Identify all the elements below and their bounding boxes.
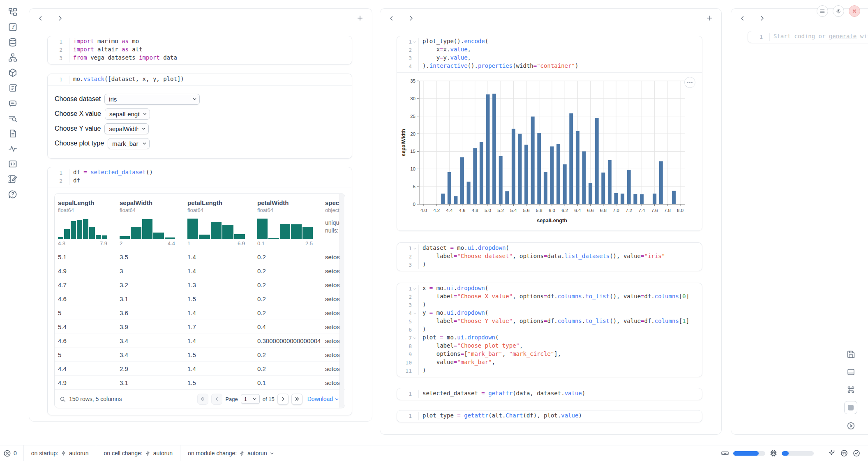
column-next-button[interactable] [757,13,767,23]
code-line[interactable]: 3 y=y.value, [397,54,702,62]
column-header-sepalLength[interactable]: sepalLengthfloat644.37.9 [55,199,116,247]
code-line[interactable]: 1import marimo as mo [48,38,352,46]
log-search-icon[interactable] [7,113,18,124]
code-line[interactable]: 2 label="Choose X value", options=df.col… [397,293,702,301]
table-row[interactable]: 53.41.50.2setosa [55,348,341,362]
code-editor[interactable]: 1plot_type = getattr(alt.Chart(df), plot… [397,410,702,422]
help-icon[interactable] [7,189,18,200]
code-line[interactable]: 3) [397,301,702,309]
table-row[interactable]: 4.931.40.2setosa [55,264,341,278]
column-prev-button[interactable] [386,13,397,23]
chat-icon[interactable] [7,98,18,108]
chart-menu-button[interactable] [684,77,695,88]
code-line[interactable]: 3) [397,261,702,269]
code-line[interactable]: 6) [397,326,702,334]
code-editor[interactable]: 1df = selected_dataset()2df [48,167,352,187]
dependencies-icon[interactable] [7,52,18,63]
prev-page-button[interactable] [211,394,222,405]
settings-gear-button[interactable] [833,5,844,17]
errors-indicator[interactable]: 0 [0,449,23,457]
runtime-config-on-startup[interactable]: on startup:autorun [24,450,96,456]
code-line[interactable]: 1dataset = mo.ui.dropdown( [397,244,702,253]
run-all-button[interactable] [845,420,857,432]
code-editor[interactable]: 1plot_type().encode(2 x=x.value,3 y=y.va… [397,36,702,72]
table-row[interactable]: 4.93.11.50.1setosa [55,376,341,390]
next-page-button[interactable] [277,394,289,405]
menu-button[interactable] [817,5,828,17]
column-prev-button[interactable] [737,13,748,23]
cell-imports[interactable]: 1import marimo as mo2import altair as al… [47,36,352,65]
file-explorer-icon[interactable] [7,7,18,17]
column-prev-button[interactable] [35,13,46,23]
tracing-icon[interactable] [7,143,18,154]
column-header-sepalWidth[interactable]: sepalWidthfloat6424.4 [116,199,184,247]
code-line[interactable]: 1df = selected_dataset() [48,169,352,177]
cell-selected-dataset[interactable]: 1selected_dataset = getattr(data, datase… [397,388,702,400]
code-line[interactable]: 5 label="Choose Y value", options=df.col… [397,318,702,326]
fold-chevron-icon[interactable] [412,309,418,318]
fold-chevron-icon[interactable] [412,38,418,46]
table-scrollbar[interactable] [339,194,344,408]
code-line[interactable]: 2import altair as alt [48,46,352,54]
cell-dataframe[interactable]: 1df = selected_dataset()2df sepalLengthf… [47,167,352,415]
save-button[interactable] [845,348,857,360]
documentation-icon[interactable] [7,128,18,139]
code-editor[interactable]: 1mo.vstack([dataset, x, y, plot]) [48,74,352,85]
table-row[interactable]: 53.61.40.2setosa [55,306,341,320]
download-button[interactable]: Download [307,396,339,402]
chat-panel-button[interactable] [844,401,857,414]
cell-xy-plot-dropdowns[interactable]: 1x = mo.ui.dropdown(2 label="Choose X va… [397,283,702,377]
table-row[interactable]: 4.63.11.50.2setosa [55,292,341,306]
table-row[interactable]: 4.73.21.30.2setosa [55,278,341,292]
logs-icon[interactable] [7,83,18,93]
code-line[interactable]: 1mo.vstack([dataset, x, y, plot]) [48,76,352,84]
connection-status-icon[interactable] [852,449,861,457]
code-line[interactable]: 7plot = mo.ui.dropdown( [397,334,702,342]
choose-x-value-select[interactable]: sepalLength [105,108,150,120]
fold-chevron-icon[interactable] [412,285,418,293]
cell-vstack[interactable]: 1mo.vstack([dataset, x, y, plot]) Choose… [47,74,352,159]
code-line[interactable]: 1plot_type = getattr(alt.Chart(df), plot… [397,412,702,420]
choose-dataset-select[interactable]: iris [104,94,200,105]
column-header-species[interactable]: speciesobjectunique:nulls: [322,199,341,247]
table-row[interactable]: 4.42.91.40.2setosa [55,362,341,376]
code-line[interactable]: 1x = mo.ui.dropdown( [397,285,702,293]
code-line[interactable]: 1plot_type().encode( [397,38,702,46]
altair-bar-chart[interactable]: 4.04.24.44.64.85.05.25.45.65.86.06.26.46… [399,76,690,229]
table-row[interactable]: 5.13.51.40.2setosa [55,250,341,264]
code-editor[interactable]: 1selected_dataset = getattr(data, datase… [397,388,702,400]
code-line[interactable]: 10 value="mark_bar", [397,359,702,367]
code-line[interactable]: 2df [48,177,352,185]
datasources-icon[interactable] [7,37,18,48]
code-editor-placeholder[interactable]: 1Start coding or generate with [748,31,868,43]
column-next-button[interactable] [55,13,65,23]
cell-chart[interactable]: 1plot_type().encode(2 x=x.value,3 y=y.va… [397,36,702,231]
copilot-icon[interactable] [840,449,848,457]
choose-y-value-select[interactable]: sepalWidth [104,123,149,134]
add-cell-button[interactable] [355,13,365,23]
table-row[interactable]: 4.63.41.40.30000000000000004setosa [55,334,341,348]
scratchpad-icon[interactable] [7,174,18,184]
keyboard-shortcuts-button[interactable] [845,383,857,396]
code-line[interactable]: 1Start coding or generate with [748,33,868,41]
code-editor[interactable]: 1import marimo as mo2import altair as al… [48,36,352,64]
runtime-config-on-module-change[interactable]: on module change:autorun [180,450,282,456]
cell-new-empty[interactable]: 1Start coding or generate with [748,31,868,43]
fold-chevron-icon[interactable] [412,244,418,253]
code-editor[interactable]: 1dataset = mo.ui.dropdown(2 label="Choos… [397,243,702,271]
cell-plot-type[interactable]: 1plot_type = getattr(alt.Chart(df), plot… [397,410,702,422]
page-select[interactable]: 1 [241,394,260,404]
first-page-button[interactable] [197,394,208,405]
code-line[interactable]: 2 label="Choose dataset", options=data.l… [397,253,702,261]
code-line[interactable]: 8 label="Choose plot type", [397,342,702,350]
table-row[interactable]: 5.43.91.70.4setosa [55,320,341,334]
code-line[interactable]: 9 options=["mark_bar", "mark_circle"], [397,350,702,359]
snippets-icon[interactable] [7,159,18,169]
cell-dataset-dropdown[interactable]: 1dataset = mo.ui.dropdown(2 label="Choos… [397,242,702,271]
search-icon[interactable] [60,396,66,402]
runtime-config-on-cell-change[interactable]: on cell change:autorun [96,450,180,456]
column-header-petalWidth[interactable]: petalWidthfloat640.12.5 [254,199,322,247]
last-page-button[interactable] [291,394,302,405]
code-editor[interactable]: 1x = mo.ui.dropdown(2 label="Choose X va… [397,283,702,377]
ai-sparkle-icon[interactable] [828,449,836,457]
